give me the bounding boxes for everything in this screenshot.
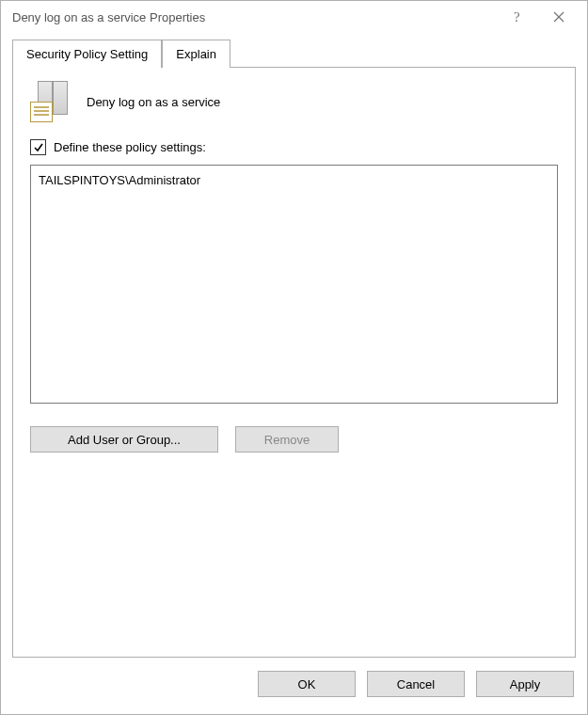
dialog-window: Deny log on as a service Properties ? Se…: [0, 0, 588, 715]
tab-security-policy-setting[interactable]: Security Policy Setting: [12, 40, 162, 68]
svg-text:?: ?: [514, 9, 520, 24]
policy-header: Deny log on as a service: [30, 81, 558, 122]
cancel-button[interactable]: Cancel: [367, 671, 465, 697]
tab-strip: Security Policy Setting Explain: [12, 39, 576, 67]
remove-button[interactable]: Remove: [235, 426, 339, 453]
policy-icon: [30, 81, 70, 122]
define-policy-label: Define these policy settings:: [54, 140, 206, 154]
dialog-footer: OK Cancel Apply: [1, 658, 587, 714]
apply-button[interactable]: Apply: [476, 671, 574, 697]
list-buttons: Add User or Group... Remove: [30, 426, 558, 453]
help-button[interactable]: ?: [497, 3, 538, 31]
tab-explain[interactable]: Explain: [162, 40, 230, 68]
tab-panel: Deny log on as a service Define these po…: [12, 67, 576, 658]
dialog-body: Security Policy Setting Explain Deny log…: [1, 33, 587, 658]
define-policy-checkbox-row[interactable]: Define these policy settings:: [30, 139, 558, 155]
define-policy-checkbox[interactable]: [30, 139, 46, 155]
title-bar: Deny log on as a service Properties ?: [1, 1, 587, 33]
close-button[interactable]: [538, 3, 580, 31]
close-icon: [553, 11, 564, 23]
list-item[interactable]: TAILSPINTOYS\Administrator: [39, 171, 549, 190]
principals-list[interactable]: TAILSPINTOYS\Administrator: [30, 165, 558, 404]
add-user-or-group-button[interactable]: Add User or Group...: [30, 426, 218, 453]
ok-button[interactable]: OK: [258, 671, 356, 697]
help-icon: ?: [512, 9, 523, 24]
title-text: Deny log on as a service Properties: [12, 10, 497, 24]
check-icon: [33, 142, 44, 153]
policy-title: Deny log on as a service: [87, 95, 220, 109]
